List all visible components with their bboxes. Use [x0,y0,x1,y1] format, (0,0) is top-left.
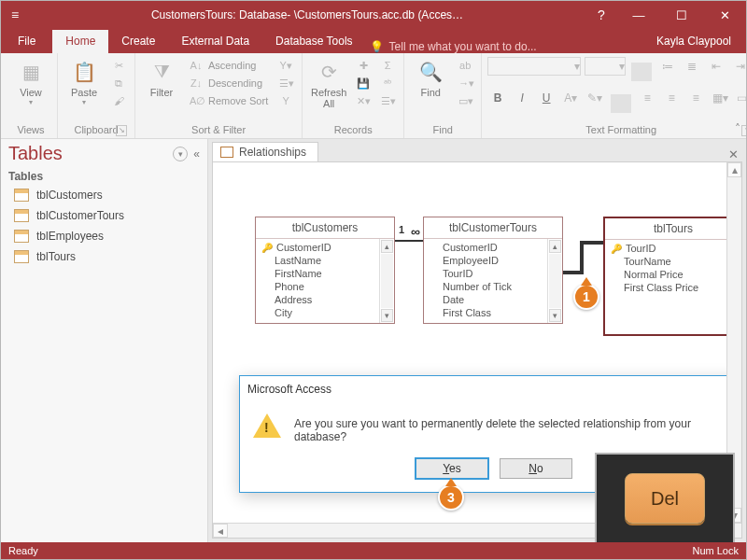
nav-item-tbltours[interactable]: tblTours [1,246,207,267]
ascending-button[interactable]: A↓Ascending [186,57,272,74]
table-field[interactable]: First Class Price [611,281,725,294]
refresh-icon: ⟳ [314,57,344,87]
paste-button[interactable]: 📋 Paste ▾ [63,57,105,106]
tab-external-data[interactable]: External Data [168,30,262,53]
filter-button[interactable]: ⧩ Filter [141,57,182,98]
table-field[interactable]: Normal Price [611,268,725,281]
font-family-select[interactable]: ▾ [487,57,581,76]
align-center-button[interactable]: ≡ [661,89,682,107]
yes-button[interactable]: Yes [416,458,488,479]
cut-button[interactable]: ✂ [108,57,129,74]
scissors-icon: ✂ [112,60,125,72]
align-left-button[interactable]: ≡ [637,89,657,107]
nav-item-tblcustomertours[interactable]: tblCustomerTours [1,205,207,226]
tab-relationships[interactable]: Relationships [212,142,318,161]
advanced-filter-button[interactable]: ☰▾ [275,75,296,91]
font-color-button[interactable]: A▾ [560,89,581,107]
save-record-button[interactable]: 💾 [353,75,374,91]
tab-create[interactable]: Create [108,30,168,53]
italic-button[interactable]: I [512,89,532,107]
table-box-scrollbar[interactable]: ▴▾ [379,239,394,323]
nav-menu-button[interactable]: ▾ [173,147,188,161]
align-right-button[interactable]: ≡ [685,89,706,107]
selection-filter-button[interactable]: Y▾ [275,57,296,74]
table-field[interactable]: Phone [261,280,377,293]
nav-collapse-button[interactable]: « [193,147,200,161]
spelling-button[interactable]: ᵃᵇ [377,75,398,91]
table-box-tblcustomertours[interactable]: tblCustomerToursCustomerIDEmployeeIDTour… [423,217,563,324]
table-field[interactable]: LastName [261,254,377,267]
table-box-scrollbar[interactable]: ▴▾ [547,239,562,323]
grid-icon: ▦ [16,57,46,87]
table-box-title: tblTours [605,218,741,240]
table-field[interactable]: Number of Tick [430,280,545,293]
minimize-button[interactable]: — [617,1,660,29]
ribbon: ▦ View ▾ Views 📋 Paste ▾ ✂ ⧉ 🖌 Clipboard… [1,53,746,139]
tell-me-text: Tell me what you want to do... [389,40,537,53]
scroll-up-icon[interactable]: ▴ [727,162,741,177]
tab-file[interactable]: File [1,30,52,53]
table-field[interactable]: TourID [430,267,545,280]
table-field[interactable]: CustomerID [430,241,545,254]
copy-button[interactable]: ⧉ [108,75,129,91]
collapse-ribbon-button[interactable]: ˄ [735,122,740,135]
group-sort-filter-label: Sort & Filter [141,122,296,138]
nav-item-tblemployees[interactable]: tblEmployees [1,226,207,246]
close-button[interactable]: ✕ [703,1,746,29]
table-field[interactable]: TourName [611,255,725,268]
toggle-filter-button[interactable]: Y [275,92,296,109]
indent-left-button[interactable]: ⇤ [706,57,726,76]
table-field[interactable]: First Class [430,306,545,319]
table-field[interactable]: 🔑CustomerID [261,241,377,254]
user-name[interactable]: Kayla Claypool [656,35,746,53]
cardinality-one: 1 [399,224,404,235]
fill-color-button[interactable]: ▭▾ [734,89,747,107]
descending-button[interactable]: Z↓Descending [186,75,272,91]
table-box-tbltours[interactable]: tblTours🔑TourIDTourNameNormal PriceFirst… [603,217,742,336]
table-field[interactable]: City [261,306,377,319]
no-button[interactable]: No [500,458,572,479]
scroll-left-icon[interactable]: ◂ [213,524,228,538]
underline-button[interactable]: U [536,89,557,107]
format-painter-button[interactable]: 🖌 [108,92,129,109]
find-button[interactable]: 🔍 Find [410,57,451,98]
table-box-tblcustomers[interactable]: tblCustomers🔑CustomerIDLastNameFirstName… [255,217,395,324]
view-button[interactable]: ▦ View ▾ [10,57,51,106]
maximize-button[interactable]: ☐ [660,1,703,29]
new-record-button[interactable]: ✚ [353,57,374,74]
table-field[interactable]: 🔑TourID [611,242,725,255]
goto-button[interactable]: →▾ [455,75,475,91]
nav-title[interactable]: Tables [8,143,173,164]
dialog-launcher-icon[interactable]: ↘ [116,125,127,136]
remove-sort-button[interactable]: A∅Remove Sort [186,92,272,109]
table-field-list: 🔑TourIDTourNameNormal PriceFirst Class P… [605,240,726,298]
font-size-select[interactable]: ▾ [585,57,626,76]
dialog-launcher-icon[interactable]: ↘ [741,125,747,136]
highlight-button[interactable]: ✎▾ [585,89,605,107]
nav-item-tblcustomers[interactable]: tblCustomers [1,185,207,205]
remove-sort-icon: A∅ [190,95,203,107]
select-button[interactable]: ▭▾ [455,92,475,109]
refresh-all-button[interactable]: ⟳ Refresh All [308,57,349,109]
tell-me[interactable]: 💡 Tell me what you want to do... [370,40,537,53]
numbering-button[interactable]: ≣ [682,57,702,76]
more-records-button[interactable]: ☰▾ [377,92,398,109]
indent-right-button[interactable]: ⇥ [730,57,747,76]
chevron-down-icon: ▾ [82,98,86,106]
table-field[interactable]: EmployeeID [430,254,545,267]
tab-home[interactable]: Home [52,30,108,53]
table-field[interactable]: Address [261,293,377,306]
delete-record-button[interactable]: ✕▾ [353,92,374,109]
replace-button[interactable]: ab [455,57,475,74]
close-tab-button[interactable]: ✕ [721,147,746,161]
table-field[interactable]: Date [430,293,545,306]
ribbon-tabs: File Home Create External Data Database … [1,29,746,53]
nav-item-label: tblTours [36,250,76,263]
tab-database-tools[interactable]: Database Tools [262,30,366,53]
bold-button[interactable]: B [487,89,508,107]
bullets-button[interactable]: ≔ [657,57,678,76]
gridlines-button[interactable]: ▦▾ [710,89,730,107]
table-field[interactable]: FirstName [261,267,377,280]
totals-button[interactable]: Σ [377,57,398,74]
help-button[interactable]: ? [585,7,617,22]
